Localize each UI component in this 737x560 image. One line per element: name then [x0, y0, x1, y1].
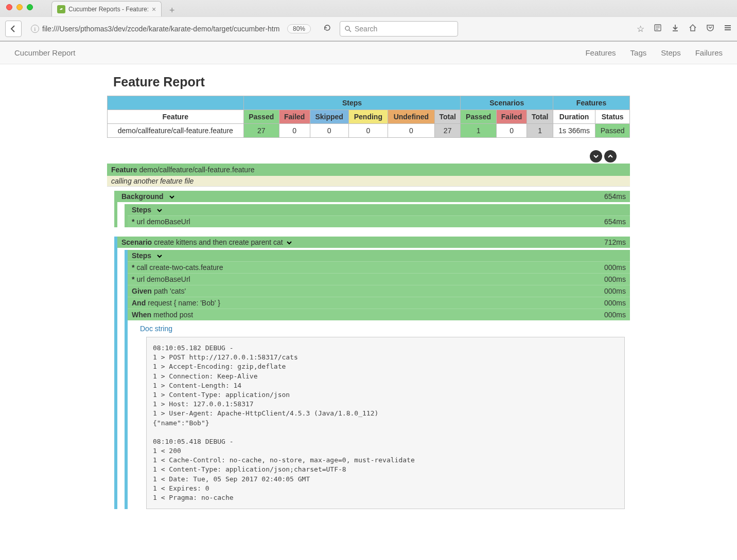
svg-line-1 — [349, 30, 351, 32]
step-text: method post — [153, 311, 193, 319]
nav-failures[interactable]: Failures — [695, 48, 723, 57]
step-duration: 000ms — [604, 263, 626, 272]
reader-icon[interactable] — [654, 24, 662, 34]
td-s-passed: 1 — [461, 124, 496, 138]
td-skipped: 0 — [310, 124, 348, 138]
downloads-icon[interactable] — [671, 24, 679, 34]
td-undefined: 0 — [388, 124, 434, 138]
home-icon[interactable] — [689, 24, 697, 34]
step-row: And request { name: 'Bob' } 000ms — [128, 297, 630, 309]
td-s-failed: 0 — [496, 124, 527, 138]
steps-header[interactable]: Steps — [128, 250, 630, 261]
nav-links: Features Tags Steps Failures — [585, 48, 723, 57]
cucumber-favicon — [57, 5, 65, 13]
step-row: * url demoBaseUrl 000ms — [128, 273, 630, 285]
th-s-failed: Failed — [496, 110, 527, 124]
close-tab-button[interactable]: × — [152, 5, 156, 13]
new-tab-button[interactable]: + — [166, 4, 178, 16]
expand-all-button[interactable] — [590, 150, 602, 162]
steps-header[interactable]: Steps — [128, 204, 630, 215]
step-row: * call create-two-cats.feature 000ms — [128, 261, 630, 273]
step-row: * url demoBaseUrl 654ms — [128, 215, 630, 227]
browser-toolbar: i file:///Users/pthomas3/dev/zcode/karat… — [0, 16, 737, 41]
minimize-window-button[interactable] — [16, 4, 23, 10]
td-s-total: 1 — [527, 124, 553, 138]
background-section: Background 654ms Steps * url demoBaseUrl… — [114, 191, 630, 227]
search-box[interactable]: Search — [340, 21, 458, 37]
browser-tab[interactable]: Cucumber Reports - Feature: × — [51, 1, 162, 16]
window-controls — [6, 4, 33, 10]
feature-description: calling another feature file — [107, 176, 630, 187]
stats-row: demo/callfeature/call-feature.feature 27… — [108, 124, 630, 138]
step-row: Given path 'cats' 000ms — [128, 285, 630, 297]
th-scenarios-group: Scenarios — [461, 96, 553, 110]
pocket-icon[interactable] — [706, 24, 714, 34]
scenario-steps: Steps * call create-two-cats.feature 000… — [125, 250, 630, 509]
browser-chrome: Cucumber Reports - Feature: × + i file:/… — [0, 0, 737, 42]
tab-strip: Cucumber Reports - Feature: × + — [0, 0, 737, 16]
th-s-passed: Passed — [461, 110, 496, 124]
scenario-duration: 712ms — [604, 238, 626, 246]
hamburger-menu-icon[interactable] — [724, 24, 732, 34]
scenario-name: create kittens and then create parent ca… — [154, 238, 283, 246]
search-icon — [344, 25, 352, 32]
step-text: url demoBaseUrl — [136, 275, 190, 283]
chevron-down-icon — [156, 251, 163, 260]
step-text: path 'cats' — [154, 287, 186, 295]
step-text: call create-two-cats.feature — [136, 263, 223, 272]
close-window-button[interactable] — [6, 4, 12, 10]
background-keyword: Background — [121, 192, 164, 201]
url-bar[interactable]: i file:///Users/pthomas3/dev/zcode/karat… — [27, 21, 315, 37]
back-button[interactable] — [5, 21, 22, 37]
toolbar-icons: ☆ — [637, 24, 732, 34]
th-total: Total — [434, 110, 461, 124]
feature-header: Feature demo/callfeature/call-feature.fe… — [107, 164, 630, 176]
th-passed: Passed — [243, 110, 279, 124]
td-status: Passed — [595, 124, 630, 138]
th-s-total: Total — [527, 110, 553, 124]
step-duration: 654ms — [604, 218, 626, 226]
step-row: When method post 000ms — [128, 309, 630, 320]
reload-button[interactable] — [320, 24, 335, 34]
th-steps-group: Steps — [243, 96, 461, 110]
th-pending: Pending — [348, 110, 388, 124]
step-duration: 000ms — [604, 311, 626, 319]
chevron-down-icon — [156, 206, 163, 214]
step-keyword: * — [132, 218, 134, 226]
scenario-header[interactable]: Scenario create kittens and then create … — [117, 237, 630, 248]
step-duration: 000ms — [604, 287, 626, 295]
th-blank — [108, 96, 244, 110]
brand[interactable]: Cucumber Report — [14, 48, 75, 57]
step-text: url demoBaseUrl — [136, 218, 190, 226]
bookmark-star-icon[interactable]: ☆ — [637, 24, 644, 34]
url-text: file:///Users/pthomas3/dev/zcode/karate/… — [42, 25, 284, 33]
zoom-badge[interactable]: 80% — [287, 24, 311, 33]
td-feature[interactable]: demo/callfeature/call-feature.feature — [108, 124, 244, 138]
td-pending: 0 — [348, 124, 388, 138]
nav-features[interactable]: Features — [585, 48, 616, 57]
maximize-window-button[interactable] — [27, 4, 33, 10]
collapse-all-button[interactable] — [604, 150, 617, 162]
info-icon[interactable]: i — [31, 25, 39, 33]
docstring-toggle[interactable]: Doc string — [140, 324, 630, 333]
chevron-down-icon — [286, 238, 292, 246]
td-total: 27 — [434, 124, 461, 138]
th-duration: Duration — [553, 110, 595, 124]
th-undefined: Undefined — [388, 110, 434, 124]
stats-table: Steps Scenarios Features Feature Passed … — [107, 96, 630, 138]
tab-title: Cucumber Reports - Feature: — [68, 6, 149, 13]
th-feature: Feature — [108, 110, 244, 124]
content: Feature Report Steps Scenarios Features … — [0, 64, 737, 509]
td-passed: 27 — [243, 124, 279, 138]
background-duration: 654ms — [604, 192, 626, 201]
scenario-keyword: Scenario — [121, 238, 152, 246]
step-text: request { name: 'Bob' } — [148, 299, 220, 307]
nav-steps[interactable]: Steps — [661, 48, 680, 57]
feature-name: demo/callfeature/call-feature.feature — [139, 166, 254, 174]
step-keyword: When — [132, 311, 151, 319]
docstring-content: 08:10:05.182 DEBUG - 1 > POST http://127… — [146, 337, 625, 509]
chevron-down-icon — [169, 192, 175, 201]
th-status: Status — [595, 110, 630, 124]
background-header[interactable]: Background 654ms — [117, 191, 630, 202]
nav-tags[interactable]: Tags — [630, 48, 647, 57]
